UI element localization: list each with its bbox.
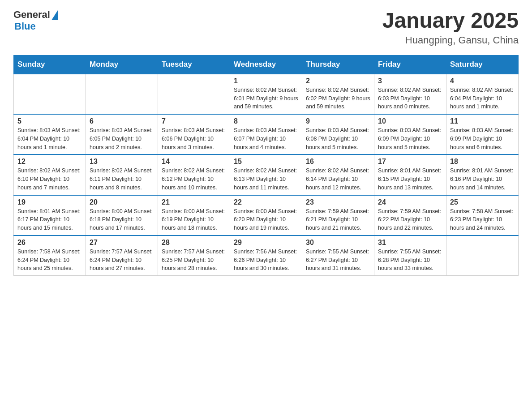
location-subtitle: Huangping, Gansu, China	[382, 34, 519, 46]
day-info: Sunrise: 8:00 AM Sunset: 6:18 PM Dayligh…	[90, 207, 154, 232]
day-number: 1	[234, 77, 298, 85]
calendar-cell: 1Sunrise: 8:02 AM Sunset: 6:01 PM Daylig…	[230, 74, 302, 114]
day-info: Sunrise: 8:02 AM Sunset: 6:12 PM Dayligh…	[162, 167, 226, 192]
month-title: January 2025	[382, 9, 519, 33]
logo-general-text: General	[13, 9, 50, 21]
calendar-cell: 17Sunrise: 8:01 AM Sunset: 6:15 PM Dayli…	[374, 154, 446, 195]
day-number: 29	[234, 239, 298, 247]
calendar-header-thursday: Thursday	[302, 55, 374, 74]
calendar-cell: 25Sunrise: 7:58 AM Sunset: 6:23 PM Dayli…	[446, 195, 519, 235]
calendar-cell: 9Sunrise: 8:03 AM Sunset: 6:08 PM Daylig…	[302, 114, 374, 154]
calendar-cell: 10Sunrise: 8:03 AM Sunset: 6:09 PM Dayli…	[374, 114, 446, 154]
day-info: Sunrise: 7:55 AM Sunset: 6:27 PM Dayligh…	[306, 248, 370, 273]
day-info: Sunrise: 8:03 AM Sunset: 6:09 PM Dayligh…	[450, 126, 515, 151]
day-info: Sunrise: 8:03 AM Sunset: 6:05 PM Dayligh…	[90, 126, 154, 151]
calendar-cell: 29Sunrise: 7:56 AM Sunset: 6:26 PM Dayli…	[230, 235, 302, 276]
calendar-cell: 2Sunrise: 8:02 AM Sunset: 6:02 PM Daylig…	[302, 74, 374, 114]
calendar-table: SundayMondayTuesdayWednesdayThursdayFrid…	[13, 55, 519, 276]
calendar-cell: 3Sunrise: 8:02 AM Sunset: 6:03 PM Daylig…	[374, 74, 446, 114]
day-number: 11	[450, 117, 515, 125]
calendar-cell: 24Sunrise: 7:59 AM Sunset: 6:22 PM Dayli…	[374, 195, 446, 235]
day-info: Sunrise: 8:03 AM Sunset: 6:06 PM Dayligh…	[162, 126, 226, 151]
day-info: Sunrise: 8:01 AM Sunset: 6:15 PM Dayligh…	[378, 167, 442, 192]
day-number: 26	[17, 239, 82, 247]
calendar-header-sunday: Sunday	[14, 55, 86, 74]
day-info: Sunrise: 8:03 AM Sunset: 6:07 PM Dayligh…	[234, 126, 298, 151]
day-number: 31	[378, 239, 442, 247]
day-number: 30	[306, 239, 370, 247]
day-info: Sunrise: 8:02 AM Sunset: 6:10 PM Dayligh…	[17, 167, 82, 192]
calendar-cell: 21Sunrise: 8:00 AM Sunset: 6:19 PM Dayli…	[158, 195, 230, 235]
day-info: Sunrise: 8:03 AM Sunset: 6:09 PM Dayligh…	[378, 126, 442, 151]
day-number: 2	[306, 77, 370, 85]
day-number: 5	[17, 117, 82, 125]
day-number: 21	[162, 198, 226, 206]
day-number: 23	[306, 198, 370, 206]
day-info: Sunrise: 8:01 AM Sunset: 6:17 PM Dayligh…	[17, 207, 82, 232]
day-number: 17	[378, 158, 442, 166]
calendar-cell	[446, 235, 519, 276]
calendar-cell: 20Sunrise: 8:00 AM Sunset: 6:18 PM Dayli…	[86, 195, 158, 235]
day-number: 3	[378, 77, 442, 85]
day-info: Sunrise: 7:57 AM Sunset: 6:25 PM Dayligh…	[162, 248, 226, 273]
day-info: Sunrise: 8:02 AM Sunset: 6:11 PM Dayligh…	[90, 167, 154, 192]
calendar-week-row: 1Sunrise: 8:02 AM Sunset: 6:01 PM Daylig…	[14, 74, 519, 114]
calendar-cell: 8Sunrise: 8:03 AM Sunset: 6:07 PM Daylig…	[230, 114, 302, 154]
day-info: Sunrise: 7:59 AM Sunset: 6:22 PM Dayligh…	[378, 207, 442, 232]
calendar-cell: 5Sunrise: 8:03 AM Sunset: 6:04 PM Daylig…	[14, 114, 86, 154]
calendar-cell: 4Sunrise: 8:02 AM Sunset: 6:04 PM Daylig…	[446, 74, 519, 114]
calendar-cell: 22Sunrise: 8:00 AM Sunset: 6:20 PM Dayli…	[230, 195, 302, 235]
day-number: 16	[306, 158, 370, 166]
day-number: 15	[234, 158, 298, 166]
day-info: Sunrise: 7:56 AM Sunset: 6:26 PM Dayligh…	[234, 248, 298, 273]
day-info: Sunrise: 8:03 AM Sunset: 6:04 PM Dayligh…	[17, 126, 82, 151]
calendar-cell: 16Sunrise: 8:02 AM Sunset: 6:14 PM Dayli…	[302, 154, 374, 195]
calendar-cell: 19Sunrise: 8:01 AM Sunset: 6:17 PM Dayli…	[14, 195, 86, 235]
day-info: Sunrise: 8:00 AM Sunset: 6:19 PM Dayligh…	[162, 207, 226, 232]
day-number: 19	[17, 198, 82, 206]
day-info: Sunrise: 7:57 AM Sunset: 6:24 PM Dayligh…	[90, 248, 154, 273]
calendar-cell: 28Sunrise: 7:57 AM Sunset: 6:25 PM Dayli…	[158, 235, 230, 276]
calendar-cell: 14Sunrise: 8:02 AM Sunset: 6:12 PM Dayli…	[158, 154, 230, 195]
calendar-week-row: 5Sunrise: 8:03 AM Sunset: 6:04 PM Daylig…	[14, 114, 519, 154]
page-header: General Blue January 2025 Huangping, Gan…	[13, 9, 519, 46]
logo-blue-text: Blue	[14, 21, 36, 32]
calendar-cell: 7Sunrise: 8:03 AM Sunset: 6:06 PM Daylig…	[158, 114, 230, 154]
calendar-cell: 6Sunrise: 8:03 AM Sunset: 6:05 PM Daylig…	[86, 114, 158, 154]
calendar-cell	[86, 74, 158, 114]
title-block: January 2025 Huangping, Gansu, China	[382, 9, 519, 46]
day-info: Sunrise: 8:02 AM Sunset: 6:04 PM Dayligh…	[450, 86, 515, 111]
day-info: Sunrise: 8:02 AM Sunset: 6:02 PM Dayligh…	[306, 86, 370, 111]
day-info: Sunrise: 7:59 AM Sunset: 6:21 PM Dayligh…	[306, 207, 370, 232]
calendar-cell: 11Sunrise: 8:03 AM Sunset: 6:09 PM Dayli…	[446, 114, 519, 154]
calendar-cell: 15Sunrise: 8:02 AM Sunset: 6:13 PM Dayli…	[230, 154, 302, 195]
day-number: 10	[378, 117, 442, 125]
calendar-cell: 12Sunrise: 8:02 AM Sunset: 6:10 PM Dayli…	[14, 154, 86, 195]
calendar-header-friday: Friday	[374, 55, 446, 74]
calendar-cell: 30Sunrise: 7:55 AM Sunset: 6:27 PM Dayli…	[302, 235, 374, 276]
calendar-cell: 23Sunrise: 7:59 AM Sunset: 6:21 PM Dayli…	[302, 195, 374, 235]
calendar-header-saturday: Saturday	[446, 55, 519, 74]
day-number: 8	[234, 117, 298, 125]
calendar-cell: 18Sunrise: 8:01 AM Sunset: 6:16 PM Dayli…	[446, 154, 519, 195]
calendar-header-monday: Monday	[86, 55, 158, 74]
calendar-cell: 26Sunrise: 7:58 AM Sunset: 6:24 PM Dayli…	[14, 235, 86, 276]
calendar-header-row: SundayMondayTuesdayWednesdayThursdayFrid…	[14, 55, 519, 74]
calendar-cell: 27Sunrise: 7:57 AM Sunset: 6:24 PM Dayli…	[86, 235, 158, 276]
logo: General Blue	[13, 9, 58, 32]
day-number: 25	[450, 198, 515, 206]
day-number: 4	[450, 77, 515, 85]
day-number: 22	[234, 198, 298, 206]
calendar-header-tuesday: Tuesday	[158, 55, 230, 74]
day-number: 7	[162, 117, 226, 125]
day-number: 14	[162, 158, 226, 166]
day-info: Sunrise: 8:03 AM Sunset: 6:08 PM Dayligh…	[306, 126, 370, 151]
calendar-week-row: 26Sunrise: 7:58 AM Sunset: 6:24 PM Dayli…	[14, 235, 519, 276]
day-number: 9	[306, 117, 370, 125]
calendar-cell: 13Sunrise: 8:02 AM Sunset: 6:11 PM Dayli…	[86, 154, 158, 195]
day-number: 27	[90, 239, 154, 247]
day-number: 13	[90, 158, 154, 166]
day-number: 18	[450, 158, 515, 166]
day-info: Sunrise: 8:00 AM Sunset: 6:20 PM Dayligh…	[234, 207, 298, 232]
calendar-header-wednesday: Wednesday	[230, 55, 302, 74]
